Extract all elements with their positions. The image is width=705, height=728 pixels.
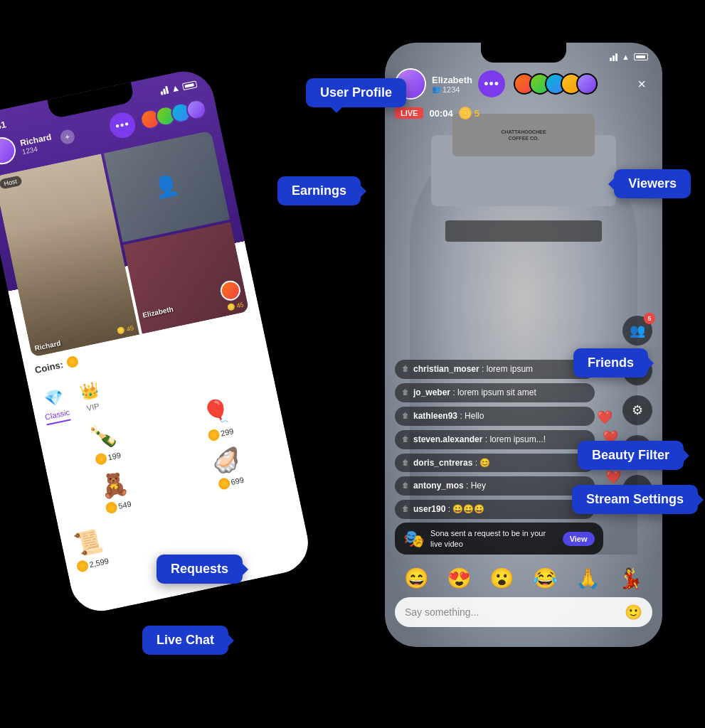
- back-viewers-row: [139, 97, 208, 131]
- back-elizabeth-coins: 🪙 45: [226, 301, 244, 311]
- dots-menu-icon: •••: [484, 77, 499, 92]
- scroll-icon: 📜: [71, 526, 105, 558]
- add-friend-icon: +: [64, 132, 71, 142]
- front-right-buttons: 👥 5 ⭐ ⚙ ↪ 📷: [622, 316, 652, 505]
- emoji-heart-eyes[interactable]: 😍: [447, 567, 472, 590]
- back-video-small2: Elizabeth 🪙 45: [123, 223, 249, 334]
- back-user-info: Richard 1234: [19, 132, 54, 156]
- trash-icon-5: 🗑: [402, 459, 409, 466]
- front-battery-icon: [634, 53, 648, 60]
- back-menu-button[interactable]: •••: [107, 110, 138, 141]
- back-video-grid: Host Richard 🪙 45 👤 Elizabeth 🪙 45: [0, 130, 250, 357]
- back-user-avatar: [0, 135, 18, 167]
- heart-4: ❤️: [605, 469, 621, 485]
- back-elizabeth-avatar: [218, 279, 242, 302]
- wifi-icon: ▲: [170, 82, 181, 94]
- chat-text-7: user190 : 😀😀😀: [413, 503, 484, 515]
- coin-icon-front: 🪙: [459, 107, 472, 119]
- bear-icon: 🧸: [97, 469, 131, 500]
- signal-icon: [159, 86, 169, 95]
- emoji-cry-laugh[interactable]: 😂: [533, 567, 558, 590]
- request-icon: 🎭: [403, 529, 425, 549]
- coin-sm: [95, 452, 108, 466]
- coin-sm2: [207, 429, 221, 442]
- front-close-button[interactable]: ×: [631, 73, 652, 95]
- front-wifi-icon: ▲: [622, 53, 630, 61]
- chat-message-3: 🗑 kathleen93 : Hello: [395, 407, 595, 426]
- balloon-price: 299: [207, 425, 235, 441]
- live-timer: 00:04: [429, 108, 452, 119]
- back-add-friend-button[interactable]: +: [59, 129, 76, 146]
- dots-icon: •••: [115, 117, 131, 133]
- trash-icon-4: 🗑: [402, 435, 409, 443]
- coin-sm5: [75, 560, 89, 573]
- request-view-button[interactable]: View: [563, 532, 595, 546]
- gift-scroll[interactable]: 📜 2,599: [70, 526, 110, 573]
- back-tab-classic-label: Classic: [44, 408, 70, 422]
- callout-requests: Requests: [157, 555, 243, 584]
- back-phone-screen: 9:41 ▲ Richard 1234 + •••: [0, 66, 314, 617]
- trash-icon-2: 🗑: [402, 388, 409, 396]
- stream-settings-button[interactable]: ⚙: [622, 395, 652, 425]
- live-coins: 🪙 5: [459, 107, 479, 119]
- smiley-icon[interactable]: 🙂: [625, 604, 642, 621]
- friends-button[interactable]: 👥 5: [622, 316, 652, 346]
- diamond-icon: 💎: [43, 387, 65, 410]
- chat-message-7: 🗑 user190 : 😀😀😀: [395, 500, 595, 519]
- live-badge: LIVE: [395, 107, 423, 119]
- back-elizabeth-label: Elizabeth: [142, 305, 174, 319]
- gear-icon: ⚙: [632, 402, 643, 418]
- back-video-small1: 👤: [104, 130, 230, 242]
- chat-text-5: doris_cntreras : 😊: [413, 457, 490, 469]
- close-icon: ×: [637, 76, 646, 92]
- chat-text-1: christian_moser : lorem ipsum: [413, 363, 533, 375]
- coin-icon: [66, 355, 80, 368]
- back-phone: 9:41 ▲ Richard 1234 + •••: [0, 66, 314, 617]
- front-live-row: LIVE 00:04 🪙 5: [395, 107, 479, 119]
- back-coins-label: Coins:: [34, 359, 65, 375]
- chat-message-4: 🗑 steven.alexander : lorem ipsum...!: [395, 430, 595, 449]
- front-user-info: Elizabeth 👥 1234: [432, 75, 472, 94]
- callout-beauty-filter: Beauty Filter: [578, 441, 684, 470]
- chat-message-5: 🗑 doris_cntreras : 😊: [395, 454, 595, 473]
- emoji-bar: 😄 😍 😮 😂 🙏 💃: [395, 567, 652, 590]
- request-text: Sona sent a request to be in your live v…: [430, 528, 557, 549]
- chat-text-2: jo_weber : lorem ipsum sit amet: [413, 387, 536, 399]
- chat-message-6: 🗑 antony_mos : Hey: [395, 476, 595, 496]
- front-input-placeholder: Say something...: [405, 606, 625, 618]
- callout-friends: Friends: [573, 348, 648, 378]
- back-status-icons: ▲: [159, 78, 198, 96]
- viewer-avatar-5: [576, 73, 598, 95]
- oyster-price: 699: [218, 474, 245, 491]
- coin-sm4: [218, 477, 231, 491]
- emoji-pray[interactable]: 🙏: [576, 567, 600, 590]
- front-menu-button[interactable]: •••: [478, 70, 505, 97]
- front-user-id: 👥 1234: [432, 85, 472, 94]
- front-viewers-row: [514, 73, 598, 95]
- chat-text-3: kathleen93 : Hello: [413, 410, 484, 422]
- callout-viewers: Viewers: [614, 169, 691, 198]
- chat-text-6: antony_mos : Hey: [413, 480, 486, 492]
- bottle-price: 199: [95, 449, 122, 466]
- trash-icon-6: 🗑: [402, 481, 409, 489]
- back-tab-classic[interactable]: 💎 Classic: [40, 387, 72, 425]
- trash-icon-1: 🗑: [402, 365, 409, 373]
- crown-icon: 👑: [78, 380, 101, 402]
- callout-live-chat: Live Chat: [142, 626, 228, 655]
- request-banner: 🎭 Sona sent a request to be in your live…: [395, 523, 603, 555]
- friends-badge: 5: [644, 313, 655, 324]
- back-tab-vip[interactable]: 👑 VIP: [78, 380, 104, 417]
- oyster-icon: 🦪: [210, 444, 243, 476]
- chat-text-4: steven.alexander : lorem ipsum...!: [413, 434, 546, 446]
- back-tab-vip-label: VIP: [86, 402, 100, 412]
- battery-icon: [182, 80, 198, 90]
- trash-icon-7: 🗑: [402, 505, 409, 513]
- coin-sm3: [105, 501, 118, 515]
- emoji-laugh[interactable]: 😄: [404, 567, 429, 590]
- emoji-surprised[interactable]: 😮: [489, 567, 514, 590]
- heart-1: ❤️: [597, 410, 621, 425]
- bottle-icon: 🍾: [87, 419, 120, 451]
- front-input-bar[interactable]: Say something... 🙂: [395, 597, 652, 627]
- emoji-dance[interactable]: 💃: [618, 567, 643, 590]
- front-chat-messages: 🗑 christian_moser : lorem ipsum 🗑 jo_web…: [395, 360, 595, 519]
